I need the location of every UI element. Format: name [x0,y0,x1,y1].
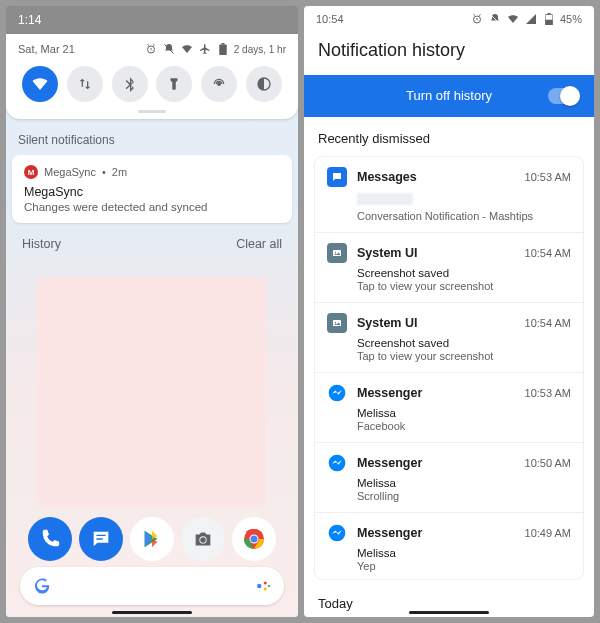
status-time: 10:54 [316,13,344,25]
history-item-line2: Yep [357,560,571,572]
svg-point-21 [335,321,337,323]
svg-point-19 [335,251,337,253]
dnd-icon [162,42,176,56]
nav-gesture-bar[interactable] [112,611,192,614]
history-item-line1: Melissa [357,477,571,489]
qs-tile-hotspot[interactable] [201,66,237,102]
svg-point-10 [257,584,262,589]
camera-app-icon[interactable] [181,517,225,561]
phone-app-icon[interactable] [28,517,72,561]
signal-icon [524,12,538,26]
svg-point-13 [268,585,270,587]
history-item-line2: Tap to view your screenshot [357,350,571,362]
history-item-line2: Tap to view your screenshot [357,280,571,292]
svg-rect-2 [221,43,224,45]
history-toggle-bar[interactable]: Turn off history [304,75,594,117]
history-item-time: 10:53 AM [525,171,571,183]
history-button[interactable]: History [22,237,61,251]
history-item[interactable]: System UI 10:54 AM Screenshot saved Tap … [315,303,583,373]
history-item-app: System UI [357,316,515,330]
history-item[interactable]: Messages 10:53 AM Conversation Notificat… [315,157,583,233]
history-item-time: 10:49 AM [525,527,571,539]
phone-notification-shade: 1:14 Sat, Mar 21 2 days, 1 hr [6,6,298,617]
history-item-time: 10:54 AM [525,247,571,259]
svg-rect-20 [333,320,341,326]
wifi-status-icon [506,12,520,26]
notification-age: 2m [112,166,127,178]
qs-tile-bluetooth[interactable] [112,66,148,102]
messenger-icon [327,523,347,543]
history-item-app: Messages [357,170,515,184]
battery-icon [216,42,230,56]
qs-tile-dark-theme[interactable] [246,66,282,102]
battery-icon [542,12,556,26]
history-item-line1: Screenshot saved [357,337,571,349]
svg-rect-1 [219,45,227,56]
dnd-icon [488,12,502,26]
history-item-line1: Melissa [357,547,571,559]
history-item-line1: Screenshot saved [357,267,571,279]
history-item-app: System UI [357,246,515,260]
svg-point-6 [200,537,206,543]
history-item[interactable]: Messenger 10:49 AM Melissa Yep [315,513,583,580]
qs-drag-handle[interactable] [138,110,166,113]
notification-title: MegaSync [24,185,280,199]
history-item[interactable]: System UI 10:54 AM Screenshot saved Tap … [315,233,583,303]
history-item-time: 10:53 AM [525,387,571,399]
home-dock [6,517,298,561]
messenger-icon [327,453,347,473]
clear-all-button[interactable]: Clear all [236,237,282,251]
quick-settings-panel: Sat, Mar 21 2 days, 1 hr [6,34,298,119]
search-bar[interactable] [20,567,284,605]
qs-status-icons: 2 days, 1 hr [144,42,286,56]
messages-app-icon[interactable] [79,517,123,561]
airplane-icon [198,42,212,56]
messenger-icon [327,383,347,403]
recently-dismissed-header: Recently dismissed [304,117,594,156]
system-icon [327,313,347,333]
alarm-icon [470,12,484,26]
system-icon [327,243,347,263]
nav-gesture-bar[interactable] [409,611,489,614]
history-item[interactable]: Messenger 10:50 AM Melissa Scrolling [315,443,583,513]
toggle-label: Turn off history [406,88,492,103]
svg-point-9 [251,536,258,543]
notification-app-name: MegaSync [44,166,96,178]
silent-notifications-header: Silent notifications [6,119,298,155]
svg-rect-16 [545,20,553,25]
history-item-line1: Melissa [357,407,571,419]
page-title: Notification history [304,32,594,75]
history-list: Messages 10:53 AM Conversation Notificat… [314,156,584,580]
assistant-icon[interactable] [254,577,272,595]
svg-rect-17 [547,13,550,15]
chrome-app-icon[interactable] [232,517,276,561]
svg-point-3 [218,83,221,86]
messages-icon [327,167,347,187]
status-bar: 10:54 45% [304,6,594,32]
wifi-status-icon [180,42,194,56]
history-item-time: 10:54 AM [525,317,571,329]
qs-tile-data[interactable] [67,66,103,102]
play-store-app-icon[interactable] [130,517,174,561]
notification-card[interactable]: M MegaSync • 2m MegaSync Changes were de… [12,155,292,223]
notification-body: Changes were detected and synced [24,201,280,213]
redacted-sender [357,193,413,205]
history-toggle-switch[interactable] [548,88,580,104]
svg-point-11 [264,582,267,585]
history-item-line2: Conversation Notification - Mashtips [357,210,571,222]
svg-point-12 [264,588,267,591]
qs-tile-flashlight[interactable] [156,66,192,102]
history-item-app: Messenger [357,456,515,470]
history-item-time: 10:50 AM [525,457,571,469]
history-item-app: Messenger [357,386,515,400]
history-item-line2: Facebook [357,420,571,432]
megasync-icon: M [24,165,38,179]
alarm-icon [144,42,158,56]
qs-tile-wifi[interactable] [22,66,58,102]
qs-date: Sat, Mar 21 [18,43,75,55]
history-item-line2: Scrolling [357,490,571,502]
battery-text: 2 days, 1 hr [234,44,286,55]
history-item[interactable]: Messenger 10:53 AM Melissa Facebook [315,373,583,443]
history-item-app: Messenger [357,526,515,540]
svg-rect-18 [333,250,341,256]
